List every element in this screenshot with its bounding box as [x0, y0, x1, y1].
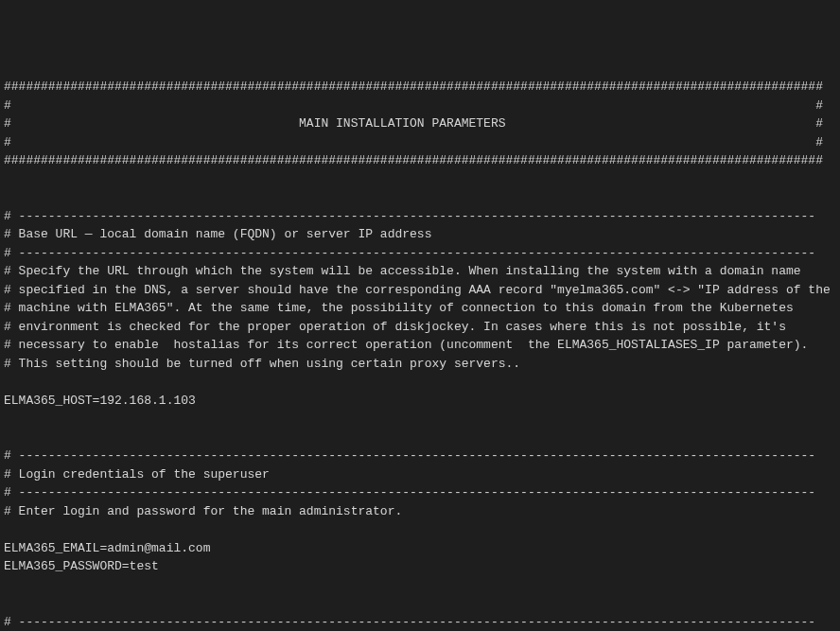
section1-desc-2: # specified in the DNS, a server should … [4, 283, 831, 297]
header-title: # MAIN INSTALLATION PARAMETERS # [4, 116, 823, 131]
section1-desc-3: # machine with ELMA365". At the same tim… [4, 301, 794, 315]
section3-separator-1: # --------------------------------------… [4, 615, 815, 629]
section2-title: # Login credentials of the superuser [4, 467, 270, 482]
section2-separator-1: # --------------------------------------… [4, 448, 815, 463]
section2-setting-email: ELMA365_EMAIL=admin@mail.com [4, 541, 210, 555]
header-empty-2: # # [4, 135, 823, 149]
section1-separator-2: # --------------------------------------… [4, 246, 815, 260]
header-border-bottom: ########################################… [4, 153, 823, 167]
header-empty-1: # # [4, 98, 823, 113]
section1-setting-host: ELMA365_HOST=192.168.1.103 [4, 394, 196, 408]
section2-setting-password: ELMA365_PASSWORD=test [4, 559, 159, 573]
section1-separator-1: # --------------------------------------… [4, 209, 815, 223]
section1-desc-1: # Specify the URL through which the syst… [4, 264, 801, 278]
section1-desc-5: # necessary to enable hostalias for its … [4, 338, 808, 352]
header-border-top: ########################################… [4, 79, 823, 94]
section1-desc-4: # environment is checked for the proper … [4, 320, 786, 334]
section1-title: # Base URL — local domain name (FQDN) or… [4, 227, 431, 241]
section1-desc-6: # This setting should be turned off when… [4, 357, 520, 371]
section2-desc-1: # Enter login and password for the main … [4, 504, 402, 518]
config-file-content: ########################################… [4, 78, 836, 631]
section2-separator-2: # --------------------------------------… [4, 485, 815, 500]
